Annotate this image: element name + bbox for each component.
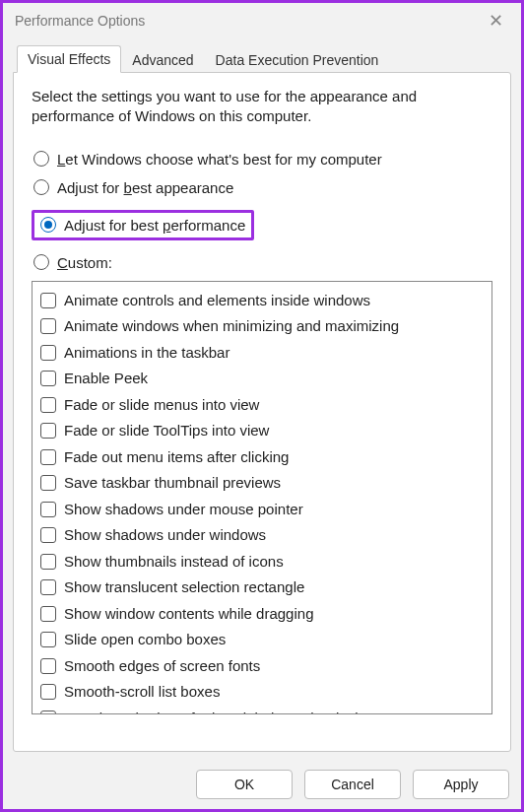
checkbox-icon[interactable] <box>40 397 56 413</box>
checkbox-icon[interactable] <box>40 684 56 700</box>
checkbox-icon[interactable] <box>40 449 56 465</box>
list-item[interactable]: Save taskbar thumbnail previews <box>38 470 486 497</box>
dialog-buttons: OK Cancel Apply <box>196 770 509 799</box>
radio-let-windows-choose[interactable]: Let Windows choose what's best for my co… <box>32 149 492 169</box>
window-title: Performance Options <box>15 13 145 29</box>
checkbox-icon[interactable] <box>40 475 56 491</box>
list-item[interactable]: Smooth-scroll list boxes <box>38 679 486 706</box>
checkbox-icon[interactable] <box>40 658 56 674</box>
radio-best-performance-highlight: Adjust for best performance <box>32 210 254 240</box>
checkbox-icon[interactable] <box>40 423 56 439</box>
intro-text: Select the settings you want to use for … <box>32 87 492 127</box>
radio-icon <box>33 254 49 270</box>
cancel-button[interactable]: Cancel <box>304 770 401 799</box>
list-item[interactable]: Show window contents while dragging <box>38 601 486 628</box>
option-label: Show shadows under windows <box>64 524 266 547</box>
radio-best-appearance[interactable]: Adjust for best appearance <box>32 177 492 198</box>
list-item[interactable]: Slide open combo boxes <box>38 627 486 653</box>
list-item[interactable]: Animations in the taskbar <box>38 340 486 367</box>
option-label: Enable Peek <box>64 368 148 390</box>
tab-visual-effects[interactable]: Visual Effects <box>17 45 121 73</box>
checkbox-icon[interactable] <box>40 345 56 361</box>
list-item[interactable]: Fade or slide menus into view <box>38 392 486 419</box>
list-item[interactable]: Smooth edges of screen fonts <box>38 653 486 680</box>
list-item[interactable]: Show thumbnails instead of icons <box>38 549 486 575</box>
option-label: Fade out menu items after clicking <box>64 446 289 469</box>
tab-advanced[interactable]: Advanced <box>121 46 204 73</box>
radio-label: Custom: <box>57 254 112 271</box>
radio-best-performance[interactable]: Adjust for best performance <box>38 215 247 236</box>
checkbox-icon[interactable] <box>40 293 56 308</box>
option-label: Fade or slide menus into view <box>64 394 259 417</box>
checkbox-icon[interactable] <box>40 710 56 714</box>
radio-icon <box>33 179 49 195</box>
option-label: Animate controls and elements inside win… <box>64 290 370 312</box>
option-label: Save taskbar thumbnail previews <box>64 472 281 495</box>
option-label: Smooth-scroll list boxes <box>64 681 220 704</box>
option-label: Show thumbnails instead of icons <box>64 551 284 574</box>
option-label: Show shadows under mouse pointer <box>64 499 303 521</box>
list-item[interactable]: Enable Peek <box>38 366 486 392</box>
checkbox-icon[interactable] <box>40 579 56 595</box>
list-item[interactable]: Use drop shadows for icon labels on the … <box>38 706 486 714</box>
checkbox-icon[interactable] <box>40 554 56 570</box>
list-item[interactable]: Show translucent selection rectangle <box>38 575 486 601</box>
ok-button[interactable]: OK <box>196 770 293 799</box>
checkbox-icon[interactable] <box>40 502 56 517</box>
tab-dep[interactable]: Data Execution Prevention <box>205 46 390 73</box>
list-item[interactable]: Show shadows under mouse pointer <box>38 497 486 523</box>
option-label: Show window contents while dragging <box>64 603 313 626</box>
checkbox-icon[interactable] <box>40 527 56 543</box>
option-label: Animations in the taskbar <box>64 342 229 365</box>
list-item[interactable]: Animate controls and elements inside win… <box>38 288 486 314</box>
list-item[interactable]: Show shadows under windows <box>38 522 486 549</box>
option-label: Slide open combo boxes <box>64 629 226 651</box>
titlebar: Performance Options ✕ <box>3 3 521 38</box>
list-item[interactable]: Animate windows when minimizing and maxi… <box>38 313 486 340</box>
radio-icon <box>40 217 56 233</box>
checkbox-icon[interactable] <box>40 371 56 386</box>
visual-effects-options-list[interactable]: Animate controls and elements inside win… <box>32 281 492 714</box>
option-label: Show translucent selection rectangle <box>64 576 304 599</box>
checkbox-icon[interactable] <box>40 632 56 647</box>
radio-icon <box>33 151 49 167</box>
list-item[interactable]: Fade out menu items after clicking <box>38 444 486 471</box>
tab-strip: Visual Effects Advanced Data Execution P… <box>17 44 511 72</box>
list-item[interactable]: Fade or slide ToolTips into view <box>38 418 486 444</box>
option-label: Smooth edges of screen fonts <box>64 655 260 678</box>
performance-options-window: Performance Options ✕ Visual Effects Adv… <box>0 0 524 812</box>
apply-button[interactable]: Apply <box>413 770 509 799</box>
close-icon[interactable]: ✕ <box>483 10 509 32</box>
option-label: Fade or slide ToolTips into view <box>64 420 269 442</box>
radio-label: Adjust for best performance <box>64 217 245 234</box>
radio-label: Let Windows choose what's best for my co… <box>57 151 382 168</box>
option-label: Animate windows when minimizing and maxi… <box>64 315 399 338</box>
radio-custom[interactable]: Custom: <box>32 252 492 273</box>
checkbox-icon[interactable] <box>40 606 56 622</box>
tab-panel-visual-effects: Select the settings you want to use for … <box>13 72 511 752</box>
checkbox-icon[interactable] <box>40 318 56 334</box>
dialog-body: Visual Effects Advanced Data Execution P… <box>3 38 521 752</box>
option-label: Use drop shadows for icon labels on the … <box>64 708 383 714</box>
radio-label: Adjust for best appearance <box>57 179 233 196</box>
